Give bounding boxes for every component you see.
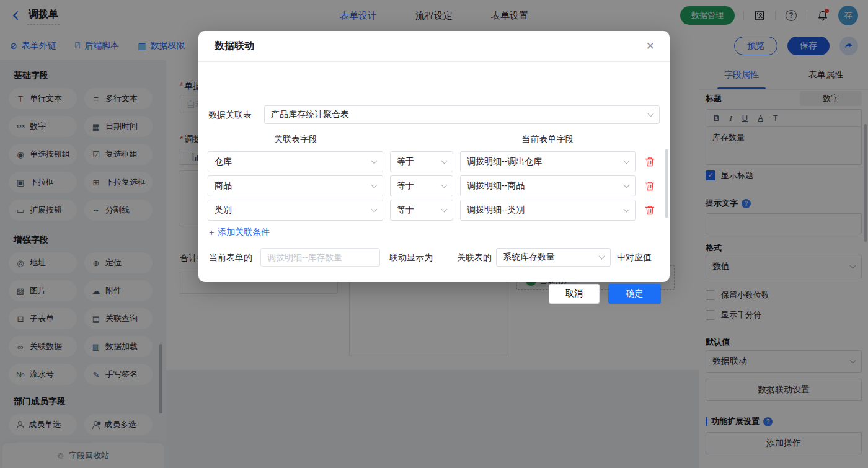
target-field-input[interactable] <box>260 248 380 267</box>
plus-icon: + <box>209 227 214 237</box>
form-designer-screen: 调拨单 表单设计 流程设定 表单设置 数据管理 ? 存 ⊘ <box>0 0 868 468</box>
form-field-select[interactable]: 调拨明细--调出仓库 <box>460 151 636 172</box>
linkage-display-label: 联动显示为 <box>389 248 433 267</box>
linked-table-select[interactable]: 产品库存统计聚合表 <box>264 105 660 124</box>
suffix-label: 中对应值 <box>617 248 652 267</box>
operator-select[interactable]: 等于 <box>390 200 453 221</box>
chevron-down-icon <box>441 182 448 188</box>
chevron-down-icon <box>599 254 605 260</box>
current-form-label: 当前表单的 <box>209 248 252 267</box>
cancel-button[interactable]: 取消 <box>549 284 600 304</box>
source-field-select[interactable]: 系统库存数量 <box>496 248 611 267</box>
form-field-select[interactable]: 调拨明细--商品 <box>460 175 636 196</box>
chevron-down-icon <box>624 182 630 188</box>
related-field-select[interactable]: 类别 <box>208 200 383 221</box>
chevron-down-icon <box>371 158 378 164</box>
delete-condition-icon[interactable] <box>644 205 655 216</box>
add-condition-link[interactable]: + 添加关联条件 <box>209 227 270 238</box>
form-field-select[interactable]: 调拨明细--类别 <box>460 200 636 221</box>
operator-select[interactable]: 等于 <box>390 151 453 172</box>
linked-table-label: 数据关联表 <box>208 105 252 124</box>
related-table-label: 关联表的 <box>457 248 492 267</box>
data-linkage-modal: 数据联动 ✕ 数据关联表 产品库存统计聚合表 关联表字段 当前表单字段 仓库 等… <box>198 31 670 282</box>
chevron-down-icon <box>648 111 654 117</box>
chevron-down-icon <box>441 206 448 213</box>
modal-scrollbar[interactable] <box>665 149 668 218</box>
delete-condition-icon[interactable] <box>644 180 655 192</box>
chevron-down-icon <box>441 158 448 164</box>
chevron-down-icon <box>624 158 630 164</box>
condition-row: 类别 等于 调拨明细--类别 <box>208 200 655 221</box>
condition-row: 商品 等于 调拨明细--商品 <box>208 175 655 196</box>
delete-condition-icon[interactable] <box>644 156 655 167</box>
condition-row: 仓库 等于 调拨明细--调出仓库 <box>208 151 655 172</box>
chevron-down-icon <box>371 206 378 213</box>
close-icon[interactable]: ✕ <box>646 41 655 51</box>
chevron-down-icon <box>371 182 378 188</box>
related-field-select[interactable]: 仓库 <box>208 151 383 172</box>
confirm-button[interactable]: 确定 <box>608 284 661 304</box>
modal-title: 数据联动 <box>215 40 254 53</box>
column-header-right: 当前表单字段 <box>460 134 636 145</box>
chevron-down-icon <box>624 206 630 213</box>
related-field-select[interactable]: 商品 <box>208 175 383 196</box>
operator-select[interactable]: 等于 <box>390 175 453 196</box>
column-header-left: 关联表字段 <box>208 134 384 145</box>
